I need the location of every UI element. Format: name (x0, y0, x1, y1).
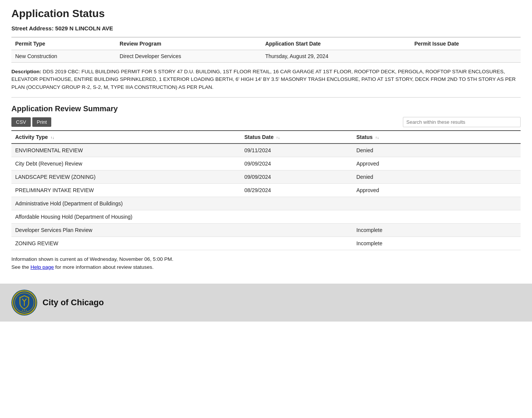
search-input[interactable] (403, 117, 521, 127)
status-date-cell: 08/29/2024 (240, 183, 352, 197)
review-table-row: LANDSCAPE REVIEW (ZONING)09/09/2024Denie… (11, 170, 521, 183)
status-date-cell: 09/09/2024 (240, 157, 352, 170)
permit-type-value: New Construction (11, 50, 116, 63)
review-table-header-row: Activity Type ↑↓ Status Date ↑↓ Status ↑… (11, 131, 521, 144)
col-status-date: Status Date ↑↓ (240, 131, 352, 144)
status-date-cell (240, 223, 352, 237)
col-app-start-date: Application Start Date (261, 37, 410, 50)
print-button[interactable]: Print (32, 117, 52, 127)
activity-type-cell: PRELIMINARY INTAKE REVIEW (11, 183, 240, 197)
sort-activity-icon[interactable]: ↑↓ (51, 136, 54, 140)
footer: ★ ★ ★ City of Chicago (0, 284, 532, 322)
help-text: See the Help page for more information a… (11, 264, 521, 270)
toolbar: CSV Print (11, 117, 521, 127)
activity-type-cell: City Debt (Revenue) Review (11, 157, 240, 170)
status-date-cell (240, 197, 352, 210)
page-title: Application Status (11, 8, 521, 20)
status-date-cell: 09/09/2024 (240, 170, 352, 183)
review-table-row: Administrative Hold (Department of Build… (11, 197, 521, 210)
status-cell: Incomplete (352, 237, 521, 250)
activity-type-cell: Administrative Hold (Department of Build… (11, 197, 240, 210)
review-table-row: ENVIRONMENTAL REVIEW09/11/2024Denied (11, 144, 521, 157)
col-permit-issue-date: Permit Issue Date (410, 37, 521, 50)
permit-row: New Construction Direct Developer Servic… (11, 50, 521, 63)
sort-status-icon[interactable]: ↑↓ (375, 136, 379, 140)
permit-table: Permit Type Review Program Application S… (11, 37, 521, 63)
main-content: Application Status Street Address: 5029 … (0, 0, 532, 280)
review-program-value: Direct Developer Services (116, 50, 261, 63)
status-date-cell (240, 237, 352, 250)
review-table-row: Affordable Housing Hold (Department of H… (11, 210, 521, 223)
current-as-of-text: Information shown is current as of Wedne… (11, 256, 521, 262)
activity-type-cell: ZONING REVIEW (11, 237, 240, 250)
review-table: Activity Type ↑↓ Status Date ↑↓ Status ↑… (11, 130, 521, 250)
activity-type-cell: Developer Services Plan Review (11, 223, 240, 237)
city-seal: ★ ★ ★ (11, 290, 37, 315)
activity-type-cell: LANDSCAPE REVIEW (ZONING) (11, 170, 240, 183)
description-text: DDS 2019 CBC: FULL BUILDING PERMIT FOR 5… (11, 69, 516, 90)
description-block: Description: DDS 2019 CBC: FULL BUILDING… (11, 68, 521, 98)
activity-type-cell: ENVIRONMENTAL REVIEW (11, 144, 240, 157)
street-address-label: Street Address: (11, 25, 54, 32)
street-address-value: 5029 N LINCOLN AVE (55, 25, 113, 32)
status-cell (352, 210, 521, 223)
status-cell: Denied (352, 144, 521, 157)
status-date-cell: 09/11/2024 (240, 144, 352, 157)
help-page-link[interactable]: Help page (30, 264, 54, 270)
col-status: Status ↑↓ (352, 131, 521, 144)
toolbar-left: CSV Print (11, 117, 51, 127)
status-cell: Incomplete (352, 223, 521, 237)
status-cell: Denied (352, 170, 521, 183)
review-table-row: City Debt (Revenue) Review09/09/2024Appr… (11, 157, 521, 170)
status-date-cell (240, 210, 352, 223)
sort-date-icon[interactable]: ↑↓ (276, 136, 280, 140)
col-permit-type: Permit Type (11, 37, 116, 50)
csv-button[interactable]: CSV (11, 117, 31, 127)
permit-issue-date-value (410, 50, 521, 63)
app-start-date-value: Thursday, August 29, 2024 (261, 50, 410, 63)
city-name: City of Chicago (43, 298, 104, 308)
street-address: Street Address: 5029 N LINCOLN AVE (11, 25, 521, 32)
review-table-body: ENVIRONMENTAL REVIEW09/11/2024DeniedCity… (11, 144, 521, 250)
review-table-row: Developer Services Plan ReviewIncomplete (11, 223, 521, 237)
col-activity-type: Activity Type ↑↓ (11, 131, 240, 144)
description-label: Description: (11, 69, 41, 74)
status-cell: Approved (352, 157, 521, 170)
review-table-row: ZONING REVIEWIncomplete (11, 237, 521, 250)
activity-type-cell: Affordable Housing Hold (Department of H… (11, 210, 240, 223)
col-review-program: Review Program (116, 37, 261, 50)
svg-text:★ ★ ★: ★ ★ ★ (22, 309, 28, 311)
status-cell (352, 197, 521, 210)
status-cell: Approved (352, 183, 521, 197)
review-summary-title: Application Review Summary (11, 104, 521, 113)
review-table-row: PRELIMINARY INTAKE REVIEW08/29/2024Appro… (11, 183, 521, 197)
